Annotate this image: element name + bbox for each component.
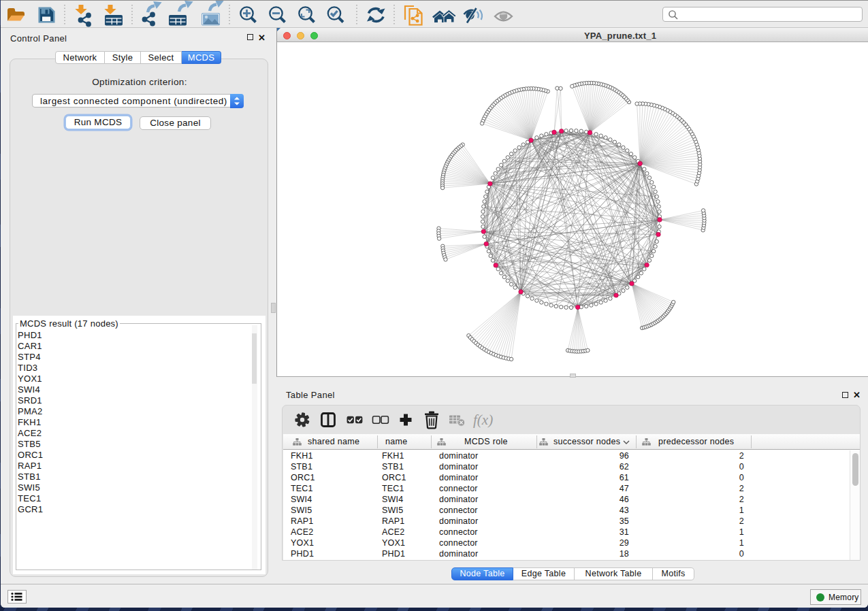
svg-text:f(x): f(x) [473, 412, 493, 428]
